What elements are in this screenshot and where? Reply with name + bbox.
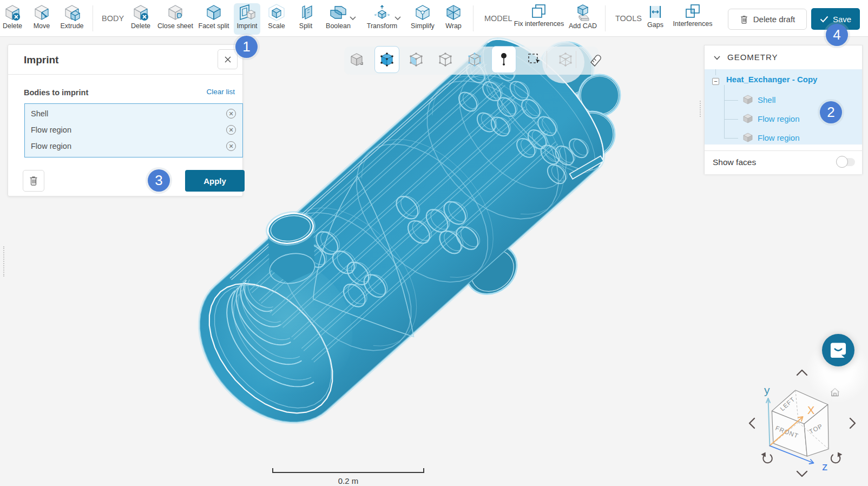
svg-text:X: X bbox=[807, 404, 814, 416]
svg-text:y: y bbox=[764, 384, 770, 396]
svg-text:z: z bbox=[822, 460, 828, 472]
